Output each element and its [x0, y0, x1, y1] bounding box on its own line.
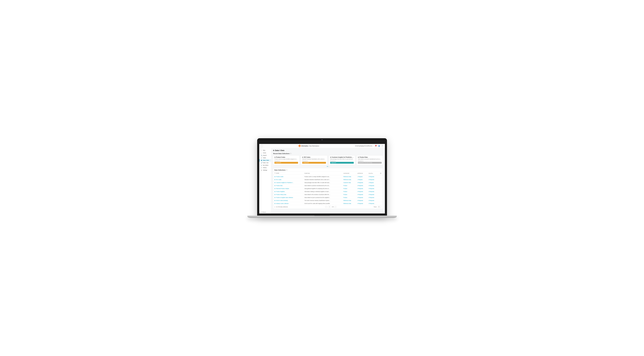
collapse-sidebar-button[interactable]: ‹ Collapse: [259, 211, 271, 214]
category-link[interactable]: Reference Data: [343, 176, 351, 177]
sidebar-item-label: Search: [263, 155, 267, 156]
next-page-button[interactable]: ›: [334, 206, 336, 208]
purpose-text: NAICS and SIC codes with mapping where p…: [304, 203, 330, 204]
category-link[interactable]: Reference Data: [343, 200, 351, 201]
column-fulfill[interactable]: FULFILL: [367, 172, 378, 175]
sidebar-item-home[interactable]: ⌂Home: [259, 152, 271, 154]
sidebar-item-settings[interactable]: ⚙Settings: [259, 169, 271, 172]
chevron-down-icon: ⌄: [372, 145, 374, 146]
sidebar-item-data-i-own[interactable]: ⊞Data I Own: [259, 159, 271, 162]
carousel-dot-1[interactable]: [327, 166, 328, 167]
collection-link[interactable]: ⊞Product Suppliers: [274, 191, 294, 192]
category-link[interactable]: Product: [343, 191, 347, 192]
fulfill-link[interactable]: 0 Requests: [369, 179, 374, 180]
nav-icon: ＋: [261, 150, 262, 151]
requests-label: REQUESTS: [358, 160, 382, 162]
data-collections-heading: Data Collections i: [273, 168, 383, 172]
approve-link[interactable]: 0 Requests: [358, 185, 363, 186]
sidebar-item-label: History: [263, 167, 267, 168]
category-link[interactable]: Reference Data: [343, 179, 351, 180]
sidebar-item-data-i-use[interactable]: 🔎Data I Use: [259, 162, 271, 164]
sidebar-item-label: My Orders: [263, 164, 268, 166]
collection-card[interactable]: ⊞Product Codes Product code is a unique …: [273, 155, 300, 165]
brand-logo-icon: ◆: [298, 144, 301, 147]
info-icon[interactable]: i: [290, 153, 291, 154]
category-link[interactable]: Product: [343, 194, 347, 195]
approve-link[interactable]: 0 Requests: [358, 203, 363, 204]
sidebar-item-label: Data I Own: [263, 160, 269, 161]
nav-icon: ☑: [261, 157, 262, 158]
recent-collections-heading: Recent Data Collections i: [273, 153, 383, 154]
page-input[interactable]: [328, 206, 331, 208]
approve-link[interactable]: 0 Requests: [358, 182, 363, 183]
app-switcher-button[interactable]: ⸬: [260, 144, 263, 147]
fulfill-link[interactable]: 0 Requests: [369, 197, 374, 198]
collection-link[interactable]: ⊞Returned Product Analysis: [274, 188, 294, 189]
approve-link[interactable]: 0 Requests: [358, 197, 363, 198]
pager: ‹ of 6 ›: [325, 206, 336, 208]
approve-link[interactable]: 1 Request: [358, 176, 362, 177]
rows-per-page-select[interactable]: 10 ⌄: [378, 206, 382, 208]
category-link[interactable]: Product: [343, 197, 347, 198]
sidebar-item-my-orders[interactable]: 🛒My Orders: [259, 164, 271, 166]
category-link[interactable]: Customer Data: [343, 182, 351, 183]
fulfill-link[interactable]: 0 Requests: [369, 185, 374, 186]
collection-link[interactable]: ⊞Product Codes: [274, 176, 294, 177]
fulfill-link[interactable]: 0 Requests: [369, 176, 374, 177]
sidebar-item-search[interactable]: 🔍Search: [259, 154, 271, 157]
approve-link[interactable]: 0 Requests: [358, 188, 363, 189]
table-row: ⊞Product Suppliers Information relating …: [273, 190, 383, 193]
collection-link[interactable]: ⊞Industry Codes Collection: [274, 203, 294, 204]
grid-icon: ⊞: [302, 156, 303, 158]
user-menu-button[interactable]: 👤: [378, 144, 380, 147]
column-settings[interactable]: ⚙: [378, 172, 383, 175]
nav-icon: ⊞: [261, 160, 262, 161]
fulfill-link[interactable]: 0 Requests: [369, 194, 374, 195]
app-header: ⸬ ◆ Informatica Data Marketplace mmodi-q…: [259, 144, 385, 148]
sidebar-item-history[interactable]: ⏱History: [259, 166, 271, 169]
category-link[interactable]: Product: [343, 188, 347, 189]
product-name: Data Marketplace: [309, 145, 319, 147]
grid-icon: ⊞: [274, 185, 276, 186]
sidebar-item-new[interactable]: ＋New: [259, 149, 271, 152]
fulfill-link[interactable]: 1 Request: [369, 182, 374, 183]
column-name[interactable]: ⇅ NAME: [273, 172, 303, 175]
table-row: ⊞Industry Codes Collection NAICS and SIC…: [273, 202, 383, 205]
status-badge: 1 Requested: [274, 162, 298, 164]
collection-card[interactable]: ⊞Customer Insights for Predictive Analyt…: [329, 155, 355, 165]
collection-card[interactable]: ⊞SIC Codes Standard Industrial Classific…: [301, 155, 328, 165]
category-link[interactable]: Reference Data: [343, 203, 351, 204]
sort-icon: ⇅: [274, 172, 276, 174]
help-button[interactable]: ?: [381, 144, 384, 147]
collection-card[interactable]: ⊞Product Data Data related to products m…: [356, 155, 383, 165]
collection-link[interactable]: ⊞Product History Data: [274, 194, 294, 195]
collection-link[interactable]: ⊞Product & Supplier Data Collection: [274, 197, 294, 198]
fulfill-link[interactable]: 0 Requests: [369, 188, 374, 189]
approve-link[interactable]: 1 Request: [358, 179, 362, 180]
prev-page-button[interactable]: ‹: [325, 206, 327, 208]
fulfill-link[interactable]: 0 Requests: [369, 200, 374, 201]
sidebar-item-tasks[interactable]: ☑Tasks: [259, 157, 271, 159]
info-icon[interactable]: i: [286, 169, 288, 171]
notifications-button[interactable]: 🕭 1: [374, 144, 377, 147]
carousel-dots: [273, 166, 383, 167]
fulfill-link[interactable]: 0 Requests: [369, 191, 374, 192]
laptop-base: [248, 216, 397, 218]
user-icon: 👤: [378, 145, 380, 147]
collection-link[interactable]: ⊞SIC Codes: [274, 179, 294, 180]
collection-link[interactable]: ⊞Customer Insights for Predictive Ana…: [274, 182, 294, 183]
column-purpose[interactable]: PURPOSE: [303, 172, 342, 175]
fulfill-link[interactable]: 0 Requests: [369, 203, 374, 204]
approve-link[interactable]: 0 Requests: [358, 191, 363, 192]
org-switcher[interactable]: mmodi-qastaging-fromselfservice ⌄: [355, 145, 374, 146]
category-link[interactable]: Product: [343, 185, 347, 186]
carousel-dot-2[interactable]: [328, 166, 329, 167]
grid-icon: ⊞: [274, 182, 276, 183]
column-approve[interactable]: APPROVE: [356, 172, 367, 175]
collection-link[interactable]: ⊞Product Data: [274, 185, 294, 186]
approve-link[interactable]: 0 Requests: [358, 194, 363, 195]
column-category[interactable]: CATEGORY: [342, 172, 356, 175]
approve-link[interactable]: 0 Requests: [358, 200, 363, 201]
collection-link[interactable]: ⊞NAICS Codes (Industry): [274, 200, 294, 201]
table-row: ⊞NAICS Codes (Industry) The North Americ…: [273, 199, 383, 202]
